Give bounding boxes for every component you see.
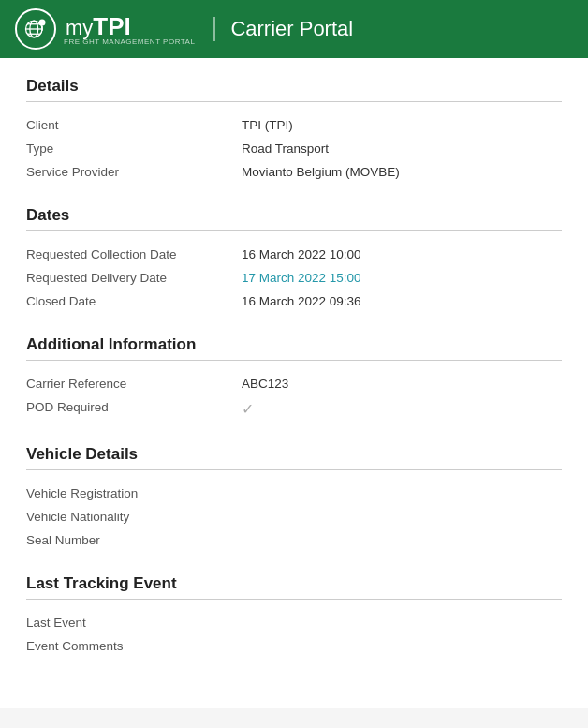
details-section: Details Client TPI (TPI) Type Road Trans…: [26, 77, 562, 184]
header-title: Carrier Portal: [213, 17, 353, 41]
additional-section: Additional Information Carrier Reference…: [26, 335, 562, 423]
field-row-type: Type Road Transport: [26, 137, 562, 160]
field-label-seal-number: Seal Number: [26, 533, 242, 547]
field-label-last-event: Last Event: [26, 616, 242, 630]
field-row-vehicle-registration: Vehicle Registration: [26, 482, 562, 505]
field-label-vehicle-nationality: Vehicle Nationality: [26, 510, 242, 524]
field-value-collection-date: 16 March 2022 10:00: [242, 247, 361, 261]
logo-circle: [15, 8, 56, 50]
tracking-heading: Last Tracking Event: [26, 574, 562, 600]
dates-heading: Dates: [26, 206, 562, 231]
brand-block: my TPI FREIGHT MANAGEMENT PORTAL: [66, 12, 195, 46]
field-row-pod-required: POD Required ✓: [26, 395, 562, 423]
field-row-service-provider: Service Provider Movianto Belgium (MOVBE…: [26, 160, 562, 184]
additional-heading: Additional Information: [26, 335, 562, 361]
field-value-client: TPI (TPI): [242, 118, 293, 132]
field-row-seal-number: Seal Number: [26, 528, 562, 552]
tracking-section: Last Tracking Event Last Event Event Com…: [26, 574, 562, 658]
field-row-collection-date: Requested Collection Date 16 March 2022 …: [26, 243, 562, 266]
svg-point-5: [39, 20, 46, 26]
field-row-event-comments: Event Comments: [26, 634, 562, 658]
field-label-delivery-date: Requested Delivery Date: [26, 271, 242, 285]
field-row-delivery-date: Requested Delivery Date 17 March 2022 15…: [26, 266, 562, 290]
field-label-service-provider: Service Provider: [26, 165, 242, 179]
field-value-closed-date: 16 March 2022 09:36: [242, 294, 361, 308]
dates-section: Dates Requested Collection Date 16 March…: [26, 206, 562, 313]
field-row-vehicle-nationality: Vehicle Nationality: [26, 505, 562, 528]
field-row-carrier-reference: Carrier Reference ABC123: [26, 372, 562, 395]
field-value-carrier-reference: ABC123: [242, 377, 288, 391]
field-label-client: Client: [26, 118, 242, 132]
field-value-type: Road Transport: [242, 141, 329, 156]
vehicle-heading: Vehicle Details: [26, 445, 562, 470]
field-label-type: Type: [26, 141, 242, 156]
app-header: my TPI FREIGHT MANAGEMENT PORTAL Carrier…: [0, 0, 588, 58]
field-label-closed-date: Closed Date: [26, 294, 242, 308]
vehicle-section: Vehicle Details Vehicle Registration Veh…: [26, 445, 562, 552]
field-row-last-event: Last Event: [26, 611, 562, 634]
details-heading: Details: [26, 77, 562, 102]
field-value-pod-required: ✓: [242, 400, 254, 418]
field-label-collection-date: Requested Collection Date: [26, 247, 242, 261]
brand-sub: FREIGHT MANAGEMENT PORTAL: [64, 37, 195, 46]
field-value-delivery-date: 17 March 2022 15:00: [242, 271, 361, 285]
field-row-client: Client TPI (TPI): [26, 113, 562, 137]
field-label-event-comments: Event Comments: [26, 639, 242, 653]
field-label-carrier-reference: Carrier Reference: [26, 377, 242, 391]
main-content: Details Client TPI (TPI) Type Road Trans…: [0, 58, 588, 708]
field-value-service-provider: Movianto Belgium (MOVBE): [242, 165, 400, 179]
field-label-pod-required: POD Required: [26, 400, 242, 414]
field-row-closed-date: Closed Date 16 March 2022 09:36: [26, 290, 562, 313]
field-label-vehicle-registration: Vehicle Registration: [26, 486, 242, 500]
